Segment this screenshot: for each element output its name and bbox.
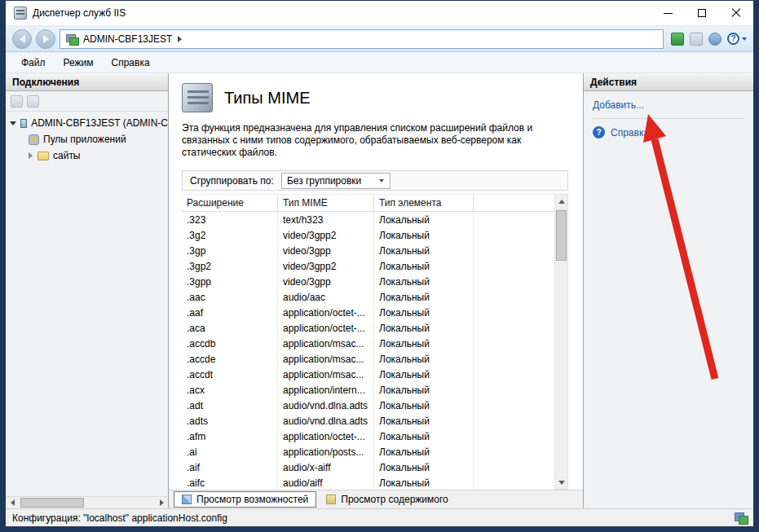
table-row[interactable]: .aiapplication/posts...Локальный bbox=[182, 444, 554, 459]
tab-content-view[interactable]: Просмотр содержимого bbox=[319, 491, 455, 508]
column-header-extension[interactable]: Расширение bbox=[182, 195, 278, 211]
scroll-thumb[interactable] bbox=[20, 498, 84, 508]
tree-node-server[interactable]: ADMIN-CBF13JEST (ADMIN-C bbox=[6, 115, 168, 131]
forward-icon bbox=[43, 35, 49, 43]
table-row[interactable]: .3gppvideo/3gppЛокальный bbox=[182, 274, 554, 289]
table-row[interactable]: .3gpvideo/3gppЛокальный bbox=[182, 243, 554, 258]
tree-node-app-pools[interactable]: Пулы приложений bbox=[6, 131, 168, 147]
column-header-mime-type[interactable]: Тип MIME bbox=[278, 195, 374, 211]
feature-view: Типы MIME Эта функция предназначена для … bbox=[169, 73, 583, 490]
table-row[interactable]: .accdeapplication/msac...Локальный bbox=[182, 351, 554, 367]
back-button[interactable] bbox=[12, 29, 32, 49]
tree-node-label: ADMIN-CBF13JEST (ADMIN-C bbox=[31, 117, 168, 129]
table-row[interactable]: .323text/h323Локальный bbox=[182, 212, 554, 227]
extension-cell: .afm bbox=[182, 429, 278, 444]
tab-label: Просмотр содержимого bbox=[341, 494, 448, 505]
mime-type-cell: video/3gpp bbox=[278, 243, 374, 258]
minimize-button[interactable] bbox=[651, 1, 685, 25]
row-filler bbox=[474, 227, 554, 243]
help-action-link[interactable]: ? Справка bbox=[593, 118, 744, 138]
mime-type-cell: audio/vnd.dlna.adts bbox=[278, 398, 374, 413]
scroll-left-button[interactable] bbox=[6, 497, 19, 508]
close-icon bbox=[731, 8, 741, 18]
expand-icon[interactable] bbox=[10, 121, 16, 125]
mime-type-cell: application/msac... bbox=[278, 351, 374, 367]
save-connection-icon[interactable] bbox=[27, 95, 39, 108]
create-connection-icon[interactable] bbox=[11, 95, 23, 108]
mime-table-zone: Расширение Тип MIME Тип элемента .323tex… bbox=[182, 194, 568, 490]
scroll-thumb[interactable] bbox=[556, 210, 567, 261]
extension-cell: .aif bbox=[182, 459, 278, 475]
forward-button[interactable] bbox=[36, 29, 55, 49]
start-icon[interactable] bbox=[671, 33, 684, 46]
messages-icon[interactable] bbox=[690, 33, 703, 46]
extension-cell: .3gp bbox=[182, 243, 278, 258]
table-row[interactable]: .acaapplication/octet-...Локальный bbox=[182, 320, 554, 336]
column-header-entry-type[interactable]: Тип элемента bbox=[374, 195, 474, 211]
table-row[interactable]: .3gp2video/3gpp2Локальный bbox=[182, 258, 554, 274]
mime-type-cell: application/octet-... bbox=[278, 320, 374, 336]
entry-type-cell: Локальный bbox=[374, 475, 474, 490]
tree-node-sites[interactable]: сайты bbox=[6, 147, 168, 164]
scroll-track[interactable] bbox=[555, 208, 567, 476]
table-row[interactable]: .aafapplication/octet-...Локальный bbox=[182, 305, 554, 320]
screenshot-frame: Диспетчер служб IIS ADMIN-CBF13JEST ? bbox=[0, 0, 759, 532]
close-button[interactable] bbox=[719, 1, 753, 25]
table-row[interactable]: .aacaudio/aacЛокальный bbox=[182, 289, 554, 305]
breadcrumb[interactable]: ADMIN-CBF13JEST bbox=[60, 29, 664, 49]
group-by-dropdown[interactable]: Без группировки bbox=[281, 173, 391, 189]
mime-table: Расширение Тип MIME Тип элемента .323tex… bbox=[182, 194, 554, 490]
mime-type-cell: application/posts... bbox=[278, 444, 374, 459]
tree-node-label: сайты bbox=[53, 150, 81, 161]
table-row[interactable]: .accdbapplication/msac...Локальный bbox=[182, 336, 554, 351]
entry-type-cell: Локальный bbox=[374, 212, 474, 227]
entry-type-cell: Локальный bbox=[374, 227, 474, 243]
table-row[interactable]: .acxapplication/intern...Локальный bbox=[182, 382, 554, 398]
scroll-track[interactable] bbox=[19, 497, 155, 508]
table-row[interactable]: .3g2video/3gpp2Локальный bbox=[182, 227, 554, 243]
collapse-icon[interactable] bbox=[29, 152, 33, 159]
table-row[interactable]: .adtaudio/vnd.dlna.adtsЛокальный bbox=[182, 398, 554, 413]
table-row[interactable]: .adtsaudio/vnd.dlna.adtsЛокальный bbox=[182, 413, 554, 429]
extension-cell: .aifc bbox=[182, 475, 278, 490]
breadcrumb-server[interactable]: ADMIN-CBF13JEST bbox=[83, 33, 172, 45]
content-view-icon bbox=[326, 495, 336, 504]
mime-type-cell: application/octet-... bbox=[278, 305, 374, 320]
group-by-bar: Сгруппировать по: Без группировки bbox=[182, 170, 568, 191]
mime-feature-icon bbox=[182, 83, 213, 112]
menu-help[interactable]: Справка bbox=[103, 54, 159, 72]
add-action-link[interactable]: Добавить... bbox=[593, 98, 744, 118]
row-filler bbox=[474, 258, 554, 274]
scroll-down-button[interactable] bbox=[555, 476, 567, 489]
entry-type-cell: Локальный bbox=[374, 382, 474, 398]
back-icon bbox=[20, 35, 25, 43]
scroll-up-button[interactable] bbox=[555, 195, 567, 208]
mime-type-cell: audio/aac bbox=[278, 289, 374, 305]
help-menu-button[interactable]: ? bbox=[727, 33, 747, 45]
vertical-scrollbar[interactable] bbox=[554, 194, 568, 490]
table-row[interactable]: .afmapplication/octet-...Локальный bbox=[182, 429, 554, 444]
table-row[interactable]: .aifcaudio/aiffЛокальный bbox=[182, 475, 554, 490]
row-filler bbox=[474, 212, 554, 227]
menu-file[interactable]: Файл bbox=[12, 54, 55, 72]
table-row[interactable]: .aifaudio/x-aiffЛокальный bbox=[182, 459, 554, 475]
menu-view[interactable]: Режим bbox=[55, 54, 103, 72]
view-tab-strip: Просмотр возможностей Просмотр содержимо… bbox=[169, 490, 583, 508]
entry-type-cell: Локальный bbox=[374, 413, 474, 429]
updates-icon[interactable] bbox=[708, 33, 721, 46]
entry-type-cell: Локальный bbox=[374, 351, 474, 367]
tab-features-view[interactable]: Просмотр возможностей bbox=[174, 491, 316, 508]
status-server-icon bbox=[735, 512, 747, 523]
table-row[interactable]: .accdtapplication/msac...Локальный bbox=[182, 367, 554, 382]
maximize-button[interactable] bbox=[685, 1, 719, 25]
dropdown-button[interactable] bbox=[376, 174, 388, 187]
horizontal-scrollbar[interactable] bbox=[6, 496, 168, 508]
chevron-right-icon[interactable] bbox=[178, 36, 182, 42]
extension-cell: .accdt bbox=[182, 367, 278, 382]
mime-type-cell: application/msac... bbox=[278, 336, 374, 351]
title-bar: Диспетчер служб IIS bbox=[6, 1, 753, 25]
scroll-right-button[interactable] bbox=[155, 497, 168, 508]
feature-description: Эта функция предназначена для управления… bbox=[182, 122, 558, 159]
entry-type-cell: Локальный bbox=[374, 258, 474, 274]
toolbar-right-icons: ? bbox=[668, 33, 747, 46]
